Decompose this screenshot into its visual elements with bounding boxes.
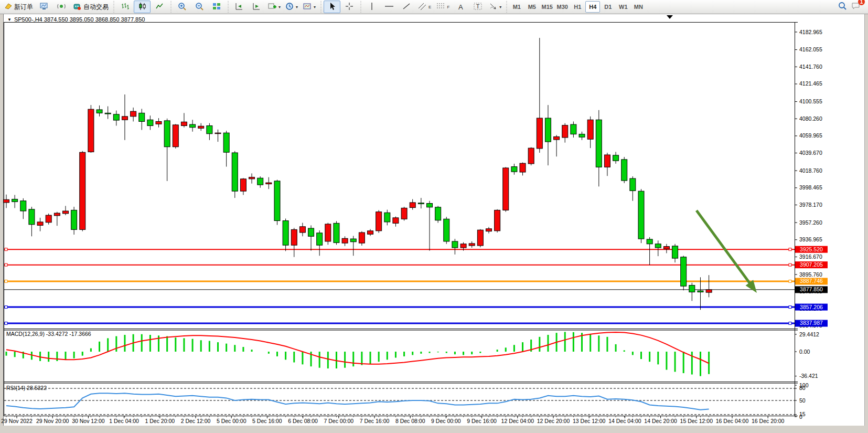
- tile-windows-button[interactable]: [208, 1, 225, 13]
- candle-up: [299, 227, 305, 233]
- price-axis-label: 3936.965: [799, 236, 822, 242]
- shapes-tool-button[interactable]: ▾: [487, 1, 503, 13]
- candle-up: [706, 290, 712, 292]
- time-axis-label: 2 Dec 12:00: [181, 418, 211, 424]
- candle-up: [503, 168, 509, 210]
- chart-canvas[interactable]: 4182.9654162.0554141.7604121.4654100.555…: [0, 0, 868, 433]
- price-axis-label: 4059.965: [799, 132, 822, 139]
- tab-timeframe-m5[interactable]: M5: [524, 1, 539, 13]
- candle-down: [334, 223, 339, 242]
- crosshair-tool-button[interactable]: [341, 1, 358, 13]
- candle-up: [537, 118, 542, 149]
- zoom-out-button[interactable]: [191, 1, 208, 13]
- candle-up: [37, 222, 43, 225]
- periods-button[interactable]: ▾: [283, 1, 300, 13]
- hline-handle[interactable]: [789, 248, 791, 251]
- templates-button[interactable]: ▾: [301, 1, 318, 13]
- vertical-line-tool-button[interactable]: [363, 1, 380, 13]
- candle-down: [571, 124, 576, 134]
- fibonacci-tool-button[interactable]: F: [434, 1, 452, 13]
- tab-timeframe-h4[interactable]: H4: [585, 1, 600, 13]
- hline-handle[interactable]: [789, 322, 791, 324]
- trendline-icon: [402, 2, 411, 12]
- tab-timeframe-m15[interactable]: M15: [540, 1, 554, 13]
- candle-down: [435, 207, 441, 220]
- time-axis-label: 29 Nov 20:00: [36, 418, 69, 424]
- candle-down: [418, 203, 424, 204]
- time-axis-label: 30 Nov 12:00: [72, 418, 105, 424]
- search-icon[interactable]: [838, 2, 847, 12]
- candle-up: [266, 183, 272, 184]
- channel-tool-button[interactable]: E: [415, 1, 433, 13]
- candle-up: [528, 148, 534, 164]
- candle-down: [105, 113, 111, 114]
- candle-up: [562, 125, 568, 138]
- hline-handle[interactable]: [5, 280, 7, 282]
- new-order-button[interactable]: 新订单: [2, 1, 35, 13]
- candle-up: [173, 125, 178, 147]
- candle-up: [291, 229, 297, 245]
- line-chart-button[interactable]: [151, 1, 168, 13]
- trendline-tool-button[interactable]: [398, 1, 415, 13]
- zoom-in-icon: [178, 2, 187, 12]
- text-tool-icon: A: [458, 3, 463, 11]
- hline-handle[interactable]: [5, 248, 7, 251]
- time-axis-label: 12 Dec 04:00: [501, 418, 534, 424]
- candle-up: [156, 121, 162, 124]
- candle-up: [401, 208, 407, 219]
- candle-up: [181, 122, 187, 125]
- chevron-down-icon: ▾: [314, 5, 316, 9]
- bar-chart-button[interactable]: [116, 1, 133, 13]
- tab-timeframe-d1[interactable]: D1: [601, 1, 615, 13]
- price-axis-label: 4039.670: [799, 150, 822, 156]
- zoom-in-button[interactable]: [174, 1, 190, 13]
- autotrade-robot-icon: [72, 2, 82, 12]
- channel-sub-label: E: [428, 5, 431, 9]
- tab-timeframe-m30[interactable]: M30: [555, 1, 570, 13]
- candle-down: [71, 210, 77, 229]
- candle-down: [147, 120, 153, 125]
- candlestick-chart-button[interactable]: [134, 1, 151, 13]
- tab-timeframe-mn[interactable]: MN: [631, 1, 646, 13]
- horizontal-line-tool-button[interactable]: [381, 1, 398, 13]
- candle-down: [274, 181, 280, 221]
- text-label-tool-button[interactable]: T: [469, 1, 486, 13]
- candle-up: [495, 210, 500, 230]
- tab-timeframe-w1[interactable]: W1: [616, 1, 630, 13]
- auto-scroll-button[interactable]: [231, 1, 248, 13]
- crosshair-icon: [345, 2, 353, 12]
- indicators-button[interactable]: ▾: [265, 1, 283, 13]
- notification-badge: 1: [858, 0, 865, 5]
- rsi-axis-label: 80: [799, 385, 806, 391]
- cursor-icon: [328, 2, 336, 12]
- hline-handle[interactable]: [5, 322, 7, 324]
- tab-timeframe-m1[interactable]: M1: [509, 1, 524, 13]
- candle-down: [232, 153, 238, 191]
- hline-handle[interactable]: [789, 280, 791, 282]
- time-axis-label: 5 Dec 00:00: [217, 418, 247, 424]
- candle-down: [20, 201, 26, 211]
- chart-shift-button[interactable]: [248, 1, 265, 13]
- hline-handle[interactable]: [789, 306, 791, 309]
- text-tool-button[interactable]: A: [452, 1, 469, 13]
- market-watch-button[interactable]: [36, 1, 52, 13]
- chart-shift-icon: [252, 2, 261, 12]
- hline-handle[interactable]: [789, 263, 791, 266]
- hline-handle[interactable]: [5, 263, 7, 266]
- candle-up: [54, 213, 60, 216]
- chevron-down-icon: ▾: [278, 5, 281, 9]
- symbol-dropdown-icon[interactable]: ▼: [7, 17, 12, 22]
- hline-handle[interactable]: [5, 306, 7, 309]
- cursor-tool-button[interactable]: [324, 1, 340, 13]
- candlestick-chart-icon: [138, 2, 146, 12]
- price-axis-label: 3957.260: [799, 219, 822, 226]
- candle-up: [62, 211, 68, 214]
- notifications-button[interactable]: 1: [851, 2, 861, 12]
- auto-trading-button[interactable]: 自动交易: [70, 1, 111, 13]
- new-order-icon: [4, 3, 13, 12]
- indicators-add-icon: [267, 2, 276, 12]
- time-axis-label: 13 Dec 12:00: [573, 418, 606, 424]
- tab-timeframe-h1[interactable]: H1: [570, 1, 585, 13]
- signals-button[interactable]: [53, 1, 70, 13]
- candle-down: [638, 191, 644, 239]
